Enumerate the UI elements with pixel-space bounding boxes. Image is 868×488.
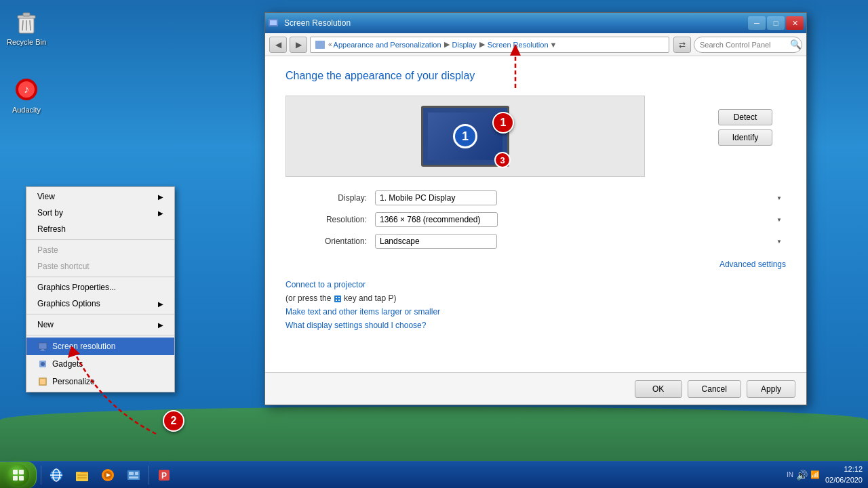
menu-sort-by[interactable]: Sort by ▶	[26, 205, 174, 221]
context-menu: View ▶ Sort by ▶ Refresh Paste Paste sho…	[26, 186, 175, 392]
forward-button[interactable]: ▶	[290, 37, 307, 53]
svg-rect-9	[39, 343, 47, 349]
svg-line-5	[30, 20, 31, 30]
window-titlebar: Screen Resolution ─ □ ✕	[265, 13, 806, 33]
display-select[interactable]: 1. Mobile PC Display	[375, 190, 497, 205]
svg-rect-15	[40, 379, 45, 384]
menu-personalize[interactable]: Personalize	[26, 373, 174, 390]
speaker-icon[interactable]: 🔊	[796, 470, 808, 481]
settings-grid: Display: 1. Mobile PC Display Resolution…	[285, 190, 786, 249]
systray: IN 🔊 📶	[787, 470, 820, 481]
recycle-bin-icon[interactable]: Recycle Bin	[2, 5, 51, 49]
taskbar-explorer[interactable]	[70, 464, 94, 486]
maximize-button[interactable]: □	[767, 16, 785, 30]
advanced-settings-link[interactable]: Advanced settings	[719, 260, 786, 269]
start-button[interactable]	[0, 462, 37, 489]
page-title: Change the appearance of your display	[285, 70, 786, 82]
svg-line-3	[22, 20, 23, 30]
menu-new[interactable]: New ▶	[26, 317, 174, 333]
window-icon	[268, 18, 279, 28]
screen-res-icon	[37, 341, 48, 352]
svg-text:P: P	[161, 471, 167, 481]
breadcrumb-appearance[interactable]: Appearance and Personalization	[334, 41, 441, 49]
breadcrumb-screen-resolution[interactable]: Screen Resolution	[488, 41, 549, 49]
audacity-label: Audacity	[12, 106, 41, 115]
detect-identify-buttons: Detect Identify	[718, 109, 772, 146]
svg-rect-26	[13, 470, 18, 474]
menu-refresh[interactable]: Refresh	[26, 221, 174, 237]
desktop: Recycle Bin ♪ Audacity View ▶ Sort by ▶ …	[0, 0, 868, 488]
clock-display[interactable]: 12:12 02/06/2020	[825, 464, 863, 485]
media-player-icon	[100, 468, 115, 483]
identify-button[interactable]: Identify	[718, 129, 772, 146]
ok-button[interactable]: OK	[635, 380, 682, 398]
svg-rect-28	[13, 476, 18, 481]
display-select-wrapper: 1. Mobile PC Display	[375, 190, 786, 205]
screen-resolution-window: Screen Resolution ─ □ ✕ ◀ ▶ « Appearance…	[264, 12, 807, 405]
orientation-select[interactable]: Landscape	[375, 234, 497, 249]
taskbar-media[interactable]	[96, 464, 120, 486]
svg-rect-20	[336, 297, 337, 298]
window-title: Screen Resolution	[284, 18, 351, 28]
svg-point-13	[41, 362, 45, 366]
svg-rect-23	[338, 300, 340, 301]
links-section: Connect to a projector (or press the key…	[285, 280, 786, 330]
make-text-link[interactable]: Make text and other items larger or smal…	[285, 307, 786, 317]
window-controls: ─ □ ✕	[748, 16, 804, 30]
cancel-button[interactable]: Cancel	[688, 380, 741, 398]
window-content: Change the appearance of your display 1 …	[265, 56, 806, 372]
svg-rect-36	[77, 474, 87, 476]
personalize-icon	[37, 376, 48, 387]
recycle-bin-label: Recycle Bin	[7, 38, 46, 47]
close-button[interactable]: ✕	[786, 16, 804, 30]
menu-screen-resolution[interactable]: Screen resolution	[26, 338, 174, 355]
display-preview: 1 3	[285, 96, 645, 177]
svg-text:♪: ♪	[24, 83, 29, 95]
connect-projector-link[interactable]: Connect to a projector	[285, 280, 786, 289]
audacity-icon[interactable]: ♪ Audacity	[2, 73, 51, 117]
menu-paste-shortcut[interactable]: Paste shortcut	[26, 258, 174, 274]
audacity-image: ♪	[13, 76, 40, 103]
svg-rect-43	[135, 472, 138, 475]
back-button[interactable]: ◀	[269, 37, 287, 53]
search-input[interactable]	[694, 37, 802, 53]
menu-sep2	[26, 277, 174, 277]
display-preview-area: 1 3 Detect Identify	[285, 96, 786, 177]
menu-graphics-properties[interactable]: Graphics Properties...	[26, 279, 174, 296]
breadcrumb-nav-button[interactable]: ⇄	[673, 37, 691, 53]
menu-paste[interactable]: Paste	[26, 242, 174, 258]
menu-view[interactable]: View ▶	[26, 188, 174, 205]
svg-rect-42	[129, 472, 134, 475]
svg-rect-35	[76, 472, 88, 481]
svg-rect-37	[77, 477, 87, 479]
search-button[interactable]: 🔍	[789, 38, 802, 52]
extra-icon: P	[157, 468, 172, 483]
taskbar: P IN 🔊 📶 12:12 02/06/2020	[0, 461, 868, 488]
resolution-select[interactable]: 1366 × 768 (recommended)	[375, 212, 498, 227]
menu-graphics-options[interactable]: Graphics Options ▶	[26, 296, 174, 312]
detect-button[interactable]: Detect	[718, 109, 772, 125]
svg-rect-21	[338, 297, 340, 298]
menu-gadgets[interactable]: Gadgets	[26, 355, 174, 373]
taskbar-ie[interactable]	[44, 464, 68, 486]
gadgets-icon	[37, 359, 48, 369]
network-icon[interactable]: 📶	[810, 470, 820, 479]
date-display: 02/06/2020	[825, 475, 863, 485]
taskbar-extra[interactable]: P	[152, 464, 176, 486]
menu-sep3	[26, 314, 174, 314]
what-display-link[interactable]: What display settings should I choose?	[285, 321, 786, 330]
window-footer: OK Cancel Apply	[265, 372, 806, 405]
breadcrumb-bar: « Appearance and Personalization ▶ Displ…	[310, 37, 669, 53]
time-display: 12:12	[825, 464, 863, 474]
recycle-bin-svg	[14, 9, 39, 35]
address-bar: ◀ ▶ « Appearance and Personalization ▶ D…	[265, 33, 806, 56]
monitor-image: 1 3	[421, 106, 509, 167]
menu-sep1	[26, 239, 174, 240]
apply-button[interactable]: Apply	[747, 380, 795, 398]
breadcrumb-display[interactable]: Display	[452, 41, 477, 49]
minimize-button[interactable]: ─	[748, 16, 766, 30]
windows-key-icon	[334, 295, 342, 303]
monitor-badge-3: 3	[494, 152, 511, 168]
menu-sep4	[26, 335, 174, 336]
taskbar-program-manager[interactable]	[121, 464, 146, 486]
